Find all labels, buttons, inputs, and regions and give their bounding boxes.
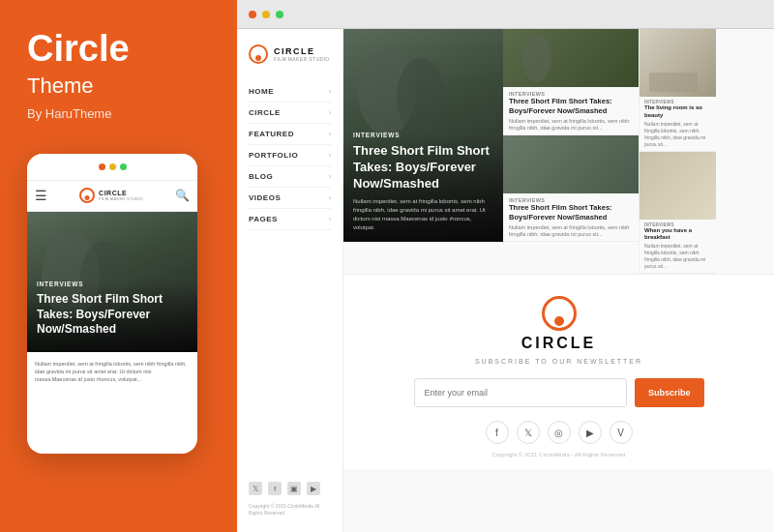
nav-label-pages: PAGES: [249, 215, 278, 223]
featured-title: Three Short Film Short Takes: Boys/Forev…: [353, 143, 493, 192]
small-article-2-title: Three Short Film Short Takes: Boys/Forev…: [509, 203, 633, 222]
nav-arrow-videos: ›: [329, 194, 331, 201]
nav-label-circle: CIRCLE: [249, 108, 281, 117]
social-icon-twitter-nl[interactable]: 𝕏: [517, 421, 540, 444]
social-icon-instagram[interactable]: ▣: [287, 482, 301, 495]
social-icon-youtube[interactable]: ▶: [307, 482, 320, 495]
newsletter-copyright: Copyright © 2021 CircleMedia - All Right…: [492, 452, 626, 458]
small-article-2-text: INTERVIEWS Three Short Film Short Takes:…: [503, 193, 639, 242]
browser-dot-yellow: [262, 11, 270, 18]
nav-arrow-pages: ›: [329, 216, 331, 222]
left-panel: Circle Theme By HaruTheme ☰ CIRCLE FILM …: [0, 0, 237, 532]
mobile-logo-name: CIRCLE: [99, 190, 143, 196]
small-article-2-excerpt: Nullam imperdiet, sem at fringilla lobor…: [509, 224, 633, 239]
tiny-article-2-text: INTERVIEWS When you have a breakfast Nul…: [640, 220, 716, 274]
social-icon-facebook-nl[interactable]: f: [486, 421, 509, 444]
mobile-top-bar: [27, 154, 197, 181]
nav-item-portfolio[interactable]: PORTFOLIO ›: [249, 145, 331, 166]
newsletter-subtitle: SUBSCRIBE TO OUR NEWSLETTER: [475, 358, 642, 365]
nav-item-pages[interactable]: PAGES ›: [249, 209, 331, 230]
site-logo: CIRCLE FILM MAKER STUDIO: [249, 44, 331, 64]
mobile-dot-red: [99, 163, 105, 170]
nav-item-featured[interactable]: FEATURED ›: [249, 124, 331, 145]
mobile-body-text: Nullam imperdiet, sem at fringilla lobor…: [35, 360, 190, 384]
sidebar-copyright: Copyright © 2021 CircleMedia All Rights …: [249, 503, 331, 517]
nav-arrow-featured: ›: [329, 131, 331, 137]
theme-author: By HaruTheme: [27, 106, 111, 121]
social-icon-youtube-nl[interactable]: ▶: [579, 421, 602, 444]
mobile-hero: INTERVIEWS Three Short Film Short Takes:…: [27, 212, 197, 352]
mobile-logo-icon: [79, 188, 95, 203]
newsletter-logo-name: CIRCLE: [521, 335, 597, 352]
mobile-dots: [99, 163, 127, 170]
mobile-logo-tagline: FILM MAKER STUDIO: [99, 196, 143, 201]
small-articles-col: INTERVIEWS Three Short Film Short Takes:…: [503, 29, 639, 274]
mobile-article-title: Three Short Film Short Takes: Boys/Forev…: [37, 292, 188, 338]
newsletter-section: CIRCLE SUBSCRIBE TO OUR NEWSLETTER Subsc…: [343, 274, 774, 469]
theme-subtitle: Theme: [27, 74, 93, 99]
nav-label-home: HOME: [249, 87, 274, 96]
newsletter-logo: CIRCLE: [521, 296, 597, 352]
mobile-logo-text-wrap: CIRCLE FILM MAKER STUDIO: [99, 190, 143, 201]
nav-label-portfolio: PORTFOLIO: [249, 151, 298, 160]
newsletter-logo-icon: [542, 296, 577, 331]
nav-arrow-home: ›: [329, 88, 331, 95]
browser-mockup: CIRCLE FILM MAKER STUDIO HOME › CIRCLE ›…: [237, 0, 774, 532]
site-logo-icon: [249, 44, 268, 64]
mobile-dot-yellow: [109, 163, 116, 170]
tiny-article-1[interactable]: INTERVIEWS The living room is so beauty …: [640, 29, 716, 152]
tiny-article-2-image: [640, 152, 716, 220]
nav-item-home[interactable]: HOME ›: [249, 81, 331, 103]
newsletter-email-input[interactable]: [414, 378, 627, 407]
nav-arrow-circle: ›: [329, 109, 331, 116]
theme-title: Circle: [27, 29, 130, 70]
site-main[interactable]: INTERVIEWS Three Short Film Short Takes:…: [343, 29, 774, 532]
tiny-article-1-text: INTERVIEWS The living room is so beauty …: [640, 97, 716, 151]
featured-article[interactable]: INTERVIEWS Three Short Film Short Takes:…: [343, 29, 503, 242]
small-article-2[interactable]: INTERVIEWS Three Short Film Short Takes:…: [503, 135, 639, 242]
mobile-hero-content: INTERVIEWS Three Short Film Short Takes:…: [27, 271, 197, 352]
newsletter-subscribe-button[interactable]: Subscribe: [635, 378, 704, 407]
nav-label-blog: BLOG: [249, 172, 273, 181]
site-sidebar: CIRCLE FILM MAKER STUDIO HOME › CIRCLE ›…: [237, 29, 343, 532]
tiny-article-1-image: [640, 29, 716, 97]
tiny-article-2[interactable]: INTERVIEWS When you have a breakfast Nul…: [640, 152, 716, 275]
nav-item-blog[interactable]: BLOG ›: [249, 166, 331, 188]
site-logo-name: CIRCLE: [274, 46, 330, 56]
tiny-article-2-title: When you have a breakfast: [644, 227, 711, 243]
featured-content: INTERVIEWS Three Short Film Short Takes:…: [343, 122, 503, 242]
newsletter-form: Subscribe: [414, 378, 704, 407]
browser-chrome: [237, 0, 774, 29]
nav-item-circle[interactable]: CIRCLE ›: [249, 103, 331, 124]
newsletter-social: f 𝕏 ◎ ▶ V: [486, 421, 633, 444]
mobile-mockup: ☰ CIRCLE FILM MAKER STUDIO 🔍 INTERVIEWS …: [27, 154, 197, 454]
small-article-1-title: Three Short Film Short Takes: Boys/Forev…: [509, 97, 633, 116]
social-icon-twitter[interactable]: 𝕏: [249, 482, 262, 495]
nav-item-videos[interactable]: VIDEOS ›: [249, 188, 331, 209]
social-icon-vimeo-nl[interactable]: V: [610, 421, 633, 444]
featured-tag: INTERVIEWS: [353, 132, 493, 138]
mobile-nav-bar: ☰ CIRCLE FILM MAKER STUDIO 🔍: [27, 181, 197, 212]
tiny-article-2-excerpt: Nullam imperdiet, sem at fringilla lobor…: [644, 243, 711, 270]
nav-label-featured: FEATURED: [249, 130, 294, 138]
nav-label-videos: VIDEOS: [249, 193, 281, 202]
tiny-articles-col: INTERVIEWS The living room is so beauty …: [639, 29, 716, 274]
mobile-dot-green: [120, 163, 127, 170]
nav-arrow-blog: ›: [329, 173, 331, 180]
nav-arrow-portfolio: ›: [329, 152, 331, 159]
small-article-2-image: [503, 135, 639, 193]
browser-dot-red: [249, 11, 256, 18]
social-icon-instagram-nl[interactable]: ◎: [548, 421, 571, 444]
featured-excerpt: Nullam imperdiet, sem at fringilla lobor…: [353, 197, 493, 232]
tiny-article-1-excerpt: Nullam imperdiet, sem at fringilla lobor…: [644, 121, 711, 148]
browser-body: CIRCLE FILM MAKER STUDIO HOME › CIRCLE ›…: [237, 29, 774, 532]
tiny-article-1-title: The living room is so beauty: [644, 104, 711, 120]
sidebar-social: 𝕏 f ▣ ▶: [249, 470, 331, 495]
articles-grid: INTERVIEWS Three Short Film Short Takes:…: [343, 29, 774, 274]
small-article-1[interactable]: INTERVIEWS Three Short Film Short Takes:…: [503, 29, 639, 135]
mobile-article-tag: INTERVIEWS: [37, 281, 188, 287]
small-article-1-image: [503, 29, 639, 87]
small-article-1-text: INTERVIEWS Three Short Film Short Takes:…: [503, 87, 639, 135]
social-icon-facebook[interactable]: f: [268, 482, 282, 495]
small-article-1-excerpt: Nullam imperdiet, sem at fringilla lobor…: [509, 118, 633, 133]
